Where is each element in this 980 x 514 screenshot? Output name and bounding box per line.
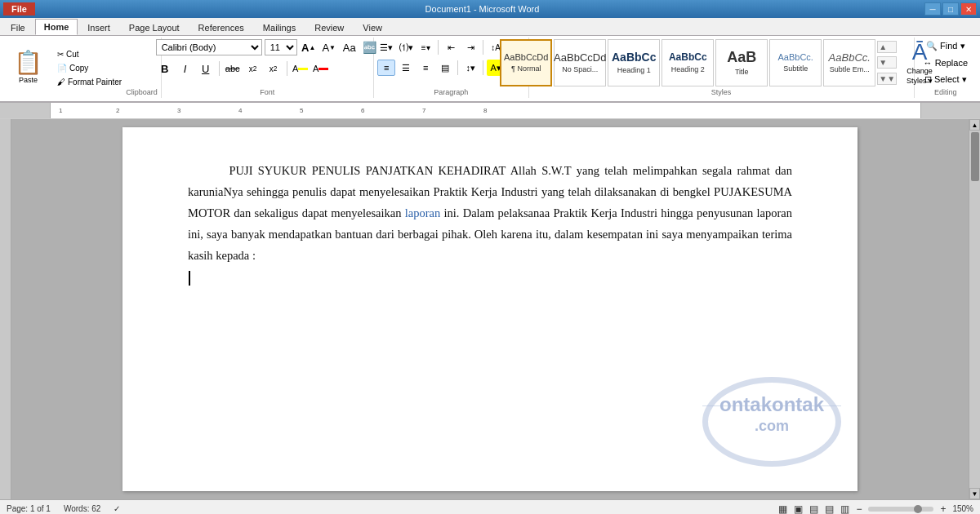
ribbon: 📋 Paste ✂ Cut 📄 Copy 🖌 Format Painter Cl…: [0, 36, 980, 103]
justify-button[interactable]: ▤: [436, 60, 454, 76]
style-heading1[interactable]: AaBbCc Heading 1: [608, 39, 660, 86]
font-family-select[interactable]: Calibri (Body): [156, 39, 262, 55]
font-row2: B I U abc x2 x2 A A: [156, 60, 330, 77]
page-content[interactable]: PUJI SYUKUR PENULIS PANJATKAN KEHADIRAT …: [188, 160, 792, 288]
superscript-button[interactable]: x2: [265, 60, 283, 77]
styles-scroll-down[interactable]: ▼: [877, 56, 897, 69]
main-area: PUJI SYUKUR PENULIS PANJATKAN KEHADIRAT …: [0, 119, 980, 499]
scrollbar-track[interactable]: [969, 131, 980, 488]
grow-font-button[interactable]: A▲: [300, 39, 318, 55]
bold-button[interactable]: B: [156, 60, 174, 77]
tab-file[interactable]: File: [2, 20, 34, 35]
view-fullscreen-icon[interactable]: ▣: [794, 503, 803, 515]
watermark-text1: ontakontak: [702, 393, 841, 416]
clipboard-label: Clipboard: [126, 86, 158, 96]
editing-group: 🔍 Find ▾ ↔ Replace ⊡ Select ▾ Editing: [915, 38, 977, 98]
close-button[interactable]: ✕: [960, 2, 977, 16]
zoom-thumb[interactable]: [914, 505, 922, 513]
view-outline-icon[interactable]: ▤: [825, 503, 834, 515]
styles-gallery: AaBbCcDd ¶ Normal AaBbCcDd No Spaci... A…: [500, 39, 875, 86]
style-normal-preview: AaBbCcDd: [504, 52, 548, 63]
style-heading2-preview: AaBbCc: [669, 51, 707, 63]
document-title: Document1 - Microsoft Word: [40, 4, 924, 14]
minimize-button[interactable]: ─: [924, 2, 941, 16]
align-left-button[interactable]: ≡: [377, 60, 395, 76]
ruler-mark-7: 7: [422, 103, 425, 118]
multilevel-list-button[interactable]: ≡▾: [416, 39, 434, 55]
tab-references[interactable]: References: [189, 20, 253, 35]
style-no-spacing[interactable]: AaBbCcDd No Spaci...: [554, 39, 606, 86]
copy-button[interactable]: 📄 Copy: [53, 62, 126, 74]
page-count: Page: 1 of 1: [7, 504, 51, 513]
style-subtitle[interactable]: AaBbCc. Subtitle: [769, 39, 822, 86]
highlighted-text: laporan: [405, 206, 440, 219]
zoom-slider[interactable]: [868, 507, 933, 512]
ruler: 1 2 3 4 5 6 7 8: [0, 103, 980, 119]
numbering-button[interactable]: ⑴▾: [397, 39, 415, 55]
scroll-up-arrow[interactable]: ▲: [969, 119, 980, 131]
paste-icon: 📋: [14, 51, 42, 74]
scroll-down-arrow[interactable]: ▼: [969, 488, 980, 499]
cut-button[interactable]: ✂ Cut: [53, 48, 126, 60]
file-tab-button[interactable]: File: [3, 2, 35, 16]
clipboard-mini: ✂ Cut 📄 Copy 🖌 Format Painter: [53, 39, 126, 96]
view-draft-icon[interactable]: ▥: [840, 503, 849, 515]
styles-label: Styles: [711, 86, 732, 96]
select-button[interactable]: ⊡ Select ▾: [920, 73, 971, 86]
status-bar: Page: 1 of 1 Words: 62 ✓ ▦ ▣ ▤ ▤ ▥ − + 1…: [0, 499, 980, 514]
replace-button[interactable]: ↔ Replace: [920, 56, 972, 69]
format-painter-button[interactable]: 🖌 Format Painter: [53, 76, 126, 88]
shrink-font-button[interactable]: A▼: [320, 39, 338, 55]
text-highlight-button[interactable]: A: [292, 60, 310, 77]
strikethrough-button[interactable]: abc: [224, 60, 242, 77]
window-controls: ─ □ ✕: [924, 2, 977, 16]
word-count: Words: 62: [64, 504, 100, 513]
zoom-plus-button[interactable]: +: [940, 503, 946, 515]
style-normal[interactable]: AaBbCcDd ¶ Normal: [500, 39, 552, 86]
styles-expand[interactable]: ▼▼: [877, 73, 897, 85]
style-title-preview: AaB: [727, 49, 756, 67]
page[interactable]: PUJI SYUKUR PENULIS PANJATKAN KEHADIRAT …: [122, 127, 858, 491]
clipboard-group: 📋 Paste ✂ Cut 📄 Copy 🖌 Format Painter Cl…: [3, 38, 162, 98]
style-title-label: Title: [735, 68, 749, 77]
style-subtle-em[interactable]: AaBbCc. Subtle Em...: [823, 39, 875, 86]
styles-scroll-up[interactable]: ▲: [877, 41, 897, 53]
ruler-scroll-area: [969, 103, 980, 118]
font-color-button[interactable]: A: [312, 60, 330, 77]
italic-button[interactable]: I: [176, 60, 194, 77]
paste-label: Paste: [19, 76, 38, 84]
ruler-right-margin: [921, 103, 969, 118]
restore-button[interactable]: □: [942, 2, 959, 16]
format-painter-icon: 🖌: [57, 78, 65, 86]
scrollbar-thumb[interactable]: [971, 132, 979, 181]
view-print-icon[interactable]: ▦: [778, 503, 787, 515]
spell-check-icon[interactable]: ✓: [114, 504, 120, 513]
zoom-minus-button[interactable]: −: [856, 503, 862, 515]
right-scrollbar[interactable]: ▲ ▼: [969, 119, 980, 499]
view-web-icon[interactable]: ▤: [809, 503, 818, 515]
increase-indent-button[interactable]: ⇥: [461, 39, 479, 55]
style-no-spacing-preview: AaBbCcDd: [554, 51, 606, 64]
style-heading2[interactable]: AaBbCc Heading 2: [662, 39, 714, 86]
ruler-mark-3: 3: [177, 103, 180, 118]
style-title[interactable]: AaB Title: [715, 39, 768, 86]
underline-button[interactable]: U: [197, 60, 215, 77]
align-right-button[interactable]: ≡: [416, 60, 434, 76]
document-area[interactable]: PUJI SYUKUR PENULIS PANJATKAN KEHADIRAT …: [11, 119, 969, 499]
tab-page-layout[interactable]: Page Layout: [120, 20, 189, 35]
title-bar: File Document1 - Microsoft Word ─ □ ✕: [0, 0, 980, 18]
subscript-button[interactable]: x2: [244, 60, 262, 77]
line-spacing-button[interactable]: ↕▾: [461, 60, 479, 76]
find-button[interactable]: 🔍 Find ▾: [922, 39, 969, 53]
align-center-button[interactable]: ☰: [397, 60, 415, 76]
decrease-indent-button[interactable]: ⇤: [442, 39, 460, 55]
tab-insert[interactable]: Insert: [78, 20, 119, 35]
tab-review[interactable]: Review: [305, 20, 353, 35]
bullets-button[interactable]: ☰▾: [377, 39, 395, 55]
tab-mailings[interactable]: Mailings: [254, 20, 305, 35]
paste-button[interactable]: 📋 Paste: [7, 39, 50, 96]
change-case-button[interactable]: Aa: [341, 39, 359, 55]
tab-view[interactable]: View: [354, 20, 391, 35]
tab-home[interactable]: Home: [35, 19, 78, 35]
font-size-select[interactable]: 11: [265, 39, 297, 55]
